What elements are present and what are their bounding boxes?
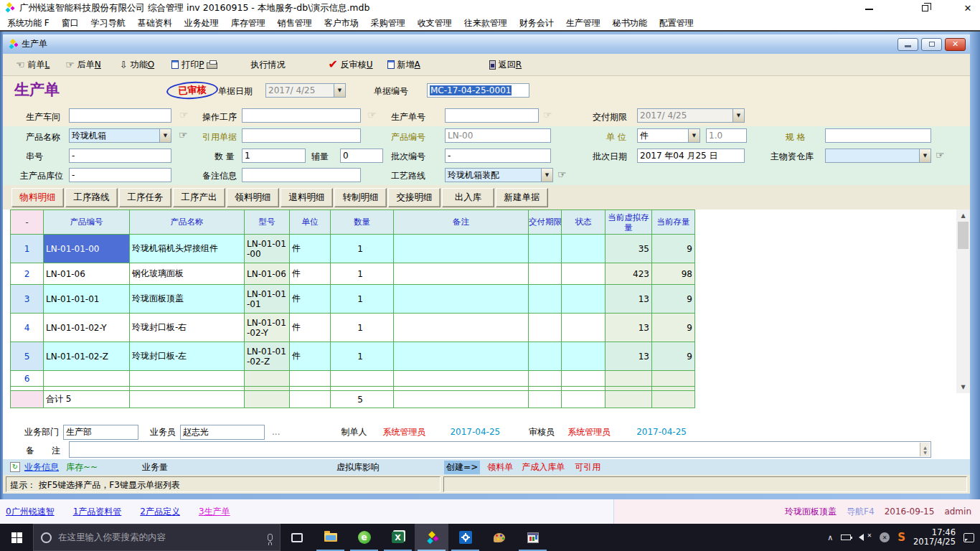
row-number-cell[interactable]: 6: [11, 371, 44, 387]
exec-status-button[interactable]: 执行情况: [250, 59, 285, 71]
qty-input[interactable]: 1: [242, 149, 306, 163]
note-input[interactable]: ▲ ▼: [69, 441, 931, 458]
workshop-picker-icon[interactable]: ☞: [179, 110, 189, 120]
remark-cell[interactable]: [394, 314, 529, 342]
col-unit[interactable]: 单位: [290, 210, 331, 235]
tray-x-circle-icon[interactable]: ✕: [880, 532, 890, 542]
status-cell[interactable]: [562, 342, 606, 371]
qty-cell[interactable]: 1: [331, 285, 394, 314]
detail-tab[interactable]: 退料明细: [281, 188, 333, 207]
task-view-button[interactable]: [281, 524, 314, 551]
detail-tab[interactable]: 工序产出: [173, 188, 225, 207]
table-row[interactable]: 6: [11, 371, 695, 387]
operation-picker-icon[interactable]: ☞: [367, 110, 377, 120]
menu-item[interactable]: 客户市场: [324, 17, 359, 29]
menu-item[interactable]: 窗口: [62, 17, 79, 29]
menu-item[interactable]: 销售管理: [278, 17, 312, 29]
detail-tab[interactable]: 工序任务: [119, 188, 171, 207]
spin-up-icon[interactable]: ▲: [923, 445, 927, 450]
detail-tab[interactable]: 工序路线: [65, 188, 118, 207]
unit-cell[interactable]: [290, 371, 331, 387]
detail-tab[interactable]: 物料明细: [11, 188, 64, 207]
row-number-cell[interactable]: 5: [11, 342, 44, 371]
row-number-cell[interactable]: 2: [11, 263, 44, 285]
prod-no-input[interactable]: [445, 108, 539, 123]
status-cell[interactable]: [562, 314, 606, 342]
serial-input[interactable]: -: [69, 149, 171, 163]
biz-info-link[interactable]: 业务信息: [24, 461, 59, 474]
model-cell[interactable]: LN-01-01-01: [245, 285, 290, 314]
product-code-cell[interactable]: LN-01-01-02-Y: [44, 314, 130, 342]
table-row[interactable]: 3 LN-01-01-01 玲珑面板顶盖 LN-01-01-01 件 1 13: [11, 285, 695, 314]
col-product-code[interactable]: 产品编号: [44, 210, 130, 235]
virtual-stock-cell[interactable]: 13: [606, 342, 652, 371]
col-remark[interactable]: 备注: [394, 210, 529, 235]
taskbar-file-explorer[interactable]: [314, 524, 347, 551]
print-button[interactable]: 打印P: [171, 59, 217, 71]
detail-tab[interactable]: 交接明细: [388, 188, 440, 207]
stock-cell[interactable]: 9: [652, 235, 695, 263]
row-number-cell[interactable]: 1: [11, 235, 44, 263]
col-model[interactable]: 型号: [245, 210, 290, 235]
stock-cell[interactable]: [652, 371, 695, 387]
window-tab[interactable]: 0广州锐速智: [6, 506, 55, 518]
batch-date-input[interactable]: 2017 年04 月25 日: [637, 149, 745, 163]
workshop-input[interactable]: [69, 108, 171, 123]
child-restore-button[interactable]: [921, 38, 942, 51]
taskbar-excel[interactable]: X: [381, 524, 415, 551]
menu-item[interactable]: 往来款管理: [464, 17, 507, 29]
product-code-cell[interactable]: LN-01-01-02-Z: [44, 342, 130, 371]
operation-input[interactable]: [242, 108, 361, 123]
remark-cell[interactable]: [394, 371, 529, 387]
detail-tab[interactable]: 转制明细: [334, 188, 387, 207]
next-doc-button[interactable]: ☞ 后单N: [65, 59, 101, 71]
taskbar-erp-app[interactable]: [415, 524, 448, 551]
remark-info-input[interactable]: [242, 168, 361, 182]
col-deadline[interactable]: 交付期限: [529, 210, 562, 235]
unit-cell[interactable]: 件: [290, 342, 331, 371]
route-picker-icon[interactable]: ☞: [557, 169, 567, 179]
status-cell[interactable]: [562, 285, 606, 314]
dept-input[interactable]: 生产部: [63, 425, 138, 440]
main-loc-input[interactable]: -: [69, 168, 171, 182]
doc-date-picker[interactable]: 2017/ 4/25 ▼: [265, 83, 346, 98]
product-name-cell[interactable]: [130, 371, 245, 387]
scroll-up-icon[interactable]: ▲: [956, 209, 970, 222]
speaker-muted-icon[interactable]: ✕: [859, 532, 872, 542]
aux-qty-input[interactable]: 0: [340, 149, 383, 163]
deadline-picker[interactable]: 2017/ 4/25 ▼: [637, 108, 745, 123]
window-tab[interactable]: 2产品定义: [140, 506, 180, 518]
taskbar-search-input[interactable]: 在这里输入你要搜索的内容: [33, 524, 281, 551]
col-qty[interactable]: 数量: [331, 210, 394, 235]
return-button[interactable]: 返回R: [489, 59, 522, 71]
taskbar-paint-app[interactable]: [482, 524, 516, 551]
deadline-cell[interactable]: [529, 263, 562, 285]
qty-cell[interactable]: 1: [331, 314, 394, 342]
virtual-stock-cell[interactable]: 423: [606, 263, 652, 285]
product-code-input[interactable]: LN-00: [445, 128, 551, 143]
chevron-down-icon[interactable]: ▼: [688, 129, 699, 142]
menu-item[interactable]: 系统功能 F: [7, 17, 50, 29]
taskbar-report-app[interactable]: [516, 524, 550, 551]
spec-input[interactable]: [825, 128, 931, 143]
finished-goods-link[interactable]: 产成入库单: [522, 461, 565, 474]
virtual-stock-cell[interactable]: 35: [606, 235, 652, 263]
qty-cell[interactable]: 1: [331, 342, 394, 371]
microphone-icon[interactable]: [268, 534, 273, 541]
table-scrollbar[interactable]: ▲ ▼: [956, 209, 970, 393]
deadline-cell[interactable]: [529, 314, 562, 342]
spin-down-icon[interactable]: ▼: [923, 450, 927, 455]
model-cell[interactable]: LN-01-01-00: [245, 235, 290, 263]
menu-item[interactable]: 采购管理: [371, 17, 405, 29]
tray-chevron-up-icon[interactable]: ∧: [827, 533, 833, 542]
close-button[interactable]: ✕: [957, 1, 979, 14]
qty-cell[interactable]: 1: [331, 263, 394, 285]
unit-cell[interactable]: 件: [290, 285, 331, 314]
warehouse-combo[interactable]: ▼: [825, 149, 931, 163]
model-cell[interactable]: LN-01-01-02-Y: [245, 314, 290, 342]
virtual-stock-cell[interactable]: 13: [606, 285, 652, 314]
model-cell[interactable]: LN-01-06: [245, 263, 290, 285]
virtual-stock-cell[interactable]: [606, 371, 652, 387]
action-center-icon[interactable]: [963, 533, 974, 542]
detail-tab[interactable]: 出入库: [442, 188, 494, 207]
